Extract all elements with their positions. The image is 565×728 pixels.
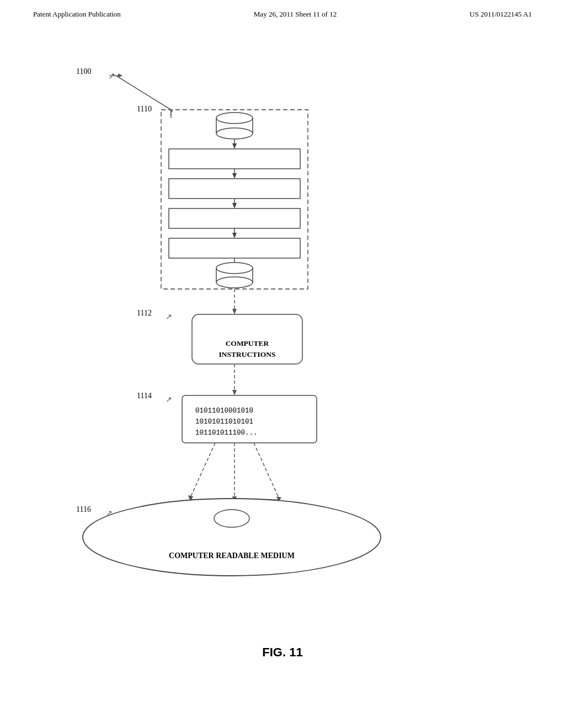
arrow-1114: ↗ [166, 395, 172, 404]
svg-point-23 [216, 277, 253, 288]
svg-marker-32 [188, 495, 193, 502]
svg-point-41 [214, 510, 249, 527]
binary-line1: 01011010001010 [195, 405, 253, 416]
disk-label: COMPUTER READABLE MEDIUM [149, 552, 315, 560]
ref-label-1110: 1110 [137, 105, 152, 114]
diagram-area: 1100 ↗ 1110 ↗ 1112 ↗ COMPUTER INSTRUCTIO… [0, 24, 565, 686]
svg-line-31 [190, 443, 215, 497]
arrow-1112: ↗ [166, 312, 172, 322]
figure-label: FIG. 11 [262, 645, 302, 660]
svg-marker-36 [232, 496, 237, 502]
svg-marker-19 [232, 263, 237, 268]
binary-line3: 101101011100... [195, 427, 258, 438]
svg-marker-26 [232, 309, 237, 314]
svg-marker-29 [232, 390, 237, 395]
svg-point-20 [216, 263, 253, 274]
arrow-1100: ↗ [108, 71, 115, 81]
computer-instructions-text-line2: INSTRUCTIONS [219, 349, 276, 360]
arrow-1110: ↗ [166, 107, 177, 119]
svg-marker-16 [232, 233, 237, 238]
page-header: Patent Application Publication May 26, 2… [0, 0, 565, 24]
computer-instructions-box: COMPUTER INSTRUCTIONS [192, 324, 302, 374]
svg-point-40 [83, 499, 381, 576]
header-right: US 2011/0122145 A1 [470, 10, 532, 19]
ref-label-1116: 1116 [76, 505, 91, 514]
binary-line2: 10101011010101 [195, 416, 253, 427]
svg-marker-10 [232, 173, 237, 179]
header-center: May 26, 2011 Sheet 11 of 12 [254, 10, 337, 19]
svg-point-2 [216, 113, 253, 124]
svg-rect-8 [169, 149, 300, 169]
svg-rect-17 [169, 238, 300, 258]
diagram-svg [0, 24, 565, 728]
svg-marker-7 [232, 143, 237, 149]
arrow-1116: ↗ [106, 508, 113, 518]
header-left: Patent Application Publication [33, 10, 121, 19]
svg-rect-11 [169, 179, 300, 199]
svg-rect-14 [169, 208, 300, 228]
computer-instructions-text-line1: COMPUTER [226, 338, 269, 349]
svg-rect-24 [161, 110, 308, 289]
ref-label-1114: 1114 [137, 392, 152, 400]
ref-label-1100: 1100 [76, 67, 91, 76]
binary-data-box: 01011010001010 10101011010101 1011010111… [188, 401, 317, 443]
svg-marker-13 [232, 203, 237, 208]
svg-marker-43 [118, 73, 122, 78]
svg-point-5 [216, 128, 253, 139]
svg-marker-34 [276, 496, 281, 502]
svg-line-33 [254, 443, 279, 497]
ref-label-1112: 1112 [137, 309, 152, 318]
